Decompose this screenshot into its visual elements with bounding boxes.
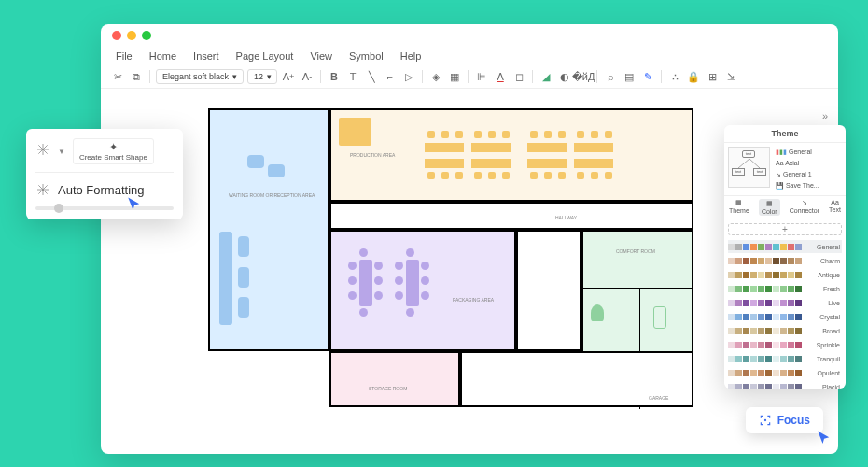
tab-text[interactable]: AaText [829,199,841,216]
smart-shape-label: Create Smart Shape [79,153,147,162]
decrease-size-icon[interactable]: A- [300,69,315,84]
crop-icon[interactable]: �йД [576,69,591,84]
color-row-general[interactable]: General [728,240,842,253]
auto-formatting-button[interactable]: Auto Formatting [35,173,174,197]
label-packaging: PACKAGING AREA [453,297,494,303]
tab-connector[interactable]: ↘Connector [790,199,819,216]
titlebar [101,24,838,47]
create-smart-shape-button[interactable]: ✦ Create Smart Shape [73,138,154,164]
label-waiting: WAITING ROOM OR RECEPTION AREA [229,192,315,198]
theme-item-save[interactable]: 💾 Save The... [776,180,844,191]
menu-symbol[interactable]: Symbol [349,50,384,62]
color-row-sprinkle[interactable]: Sprinkle [728,338,842,351]
color-row-broad[interactable]: Broad [728,324,842,337]
label-storage: STORAGE ROOM [369,386,407,391]
theme-preview[interactable]: text text text [728,147,770,188]
color-row-opulent[interactable]: Opulent [728,366,842,379]
svg-line-9 [749,159,760,168]
focus-label: Focus [777,414,810,427]
export-icon[interactable]: ⇲ [723,69,738,84]
copy-icon[interactable]: ⧉ [129,69,144,84]
floorplan[interactable]: WAITING ROOM OR RECEPTION AREA PRODUCTIO… [208,108,693,463]
collapse-icon[interactable]: » [822,110,835,123]
color-row-tranquil[interactable]: Tranquil [728,352,842,365]
room-door-area[interactable] [516,230,581,351]
cursor-icon [126,196,143,213]
layers-icon[interactable]: ◈ [428,69,443,84]
sparkle-icon[interactable] [35,142,50,161]
dropdown-icon[interactable]: ▼ [58,148,65,156]
theme-item-axial[interactable]: Aa Axial [776,158,844,169]
color-row-placid[interactable]: Placid [728,380,842,389]
size-selector[interactable]: 12▾ [247,69,277,84]
room-production[interactable]: PRODUCTION AREA [329,108,693,202]
tab-theme[interactable]: ▦Theme [729,199,749,216]
grid-icon[interactable]: ⊞ [705,69,720,84]
increase-size-icon[interactable]: A+ [281,69,296,84]
toolbar: ✂ ⧉ Elegant soft black▾ 12▾ A+ A- B T ╲ … [101,65,838,89]
menu-page-layout[interactable]: Page Layout [236,50,294,62]
font-name: Elegant soft black [162,72,229,81]
maximize-icon[interactable] [142,31,151,40]
add-theme-button[interactable]: + [728,223,842,235]
search-icon[interactable]: ⌕ [603,69,618,84]
shape-icon[interactable]: ◻ [511,69,526,84]
shadow-icon[interactable]: ◐ [557,69,572,84]
bold-icon[interactable]: B [327,69,342,84]
slider[interactable] [35,206,174,210]
label-production: PRODUCTION AREA [350,152,395,158]
svg-point-10 [763,419,765,421]
svg-line-8 [738,159,749,168]
table-icon[interactable]: ▤ [622,69,637,84]
menu-view[interactable]: View [310,50,332,62]
room-waiting[interactable]: WAITING ROOM OR RECEPTION AREA [208,108,329,351]
font-selector[interactable]: Elegant soft black▾ [156,69,244,84]
cut-icon[interactable]: ✂ [110,69,125,84]
line-icon[interactable]: ╲ [364,69,379,84]
fill-icon[interactable]: ◢ [539,69,553,84]
font-color-icon[interactable]: A [493,69,508,84]
menu-home[interactable]: Home [149,50,176,62]
color-row-crystal[interactable]: Crystal [728,310,842,323]
pointer-icon[interactable]: ▷ [401,69,416,84]
auto-format-label: Auto Formatting [58,183,145,197]
connector-icon[interactable]: ⌐ [383,69,398,84]
theme-title: Theme [724,125,846,143]
label-garage: GARAGE [649,395,668,401]
label-comfort: COMFORT ROOM [616,248,655,254]
cursor-icon [816,430,833,446]
menu-help[interactable]: Help [400,50,422,62]
color-row-fresh[interactable]: Fresh [728,282,842,295]
color-palette-list: GeneralCharmAntiqueFreshLiveCrystalBroad… [724,239,846,389]
pen-icon[interactable]: ✎ [640,69,655,84]
font-size: 12 [254,72,263,81]
room-storage[interactable]: STORAGE ROOM [329,351,460,407]
minimize-icon[interactable] [127,31,136,40]
tab-color[interactable]: ▦Color [759,199,780,216]
lock-icon[interactable]: 🔒 [686,69,701,84]
theme-list: ▮▮▮ General Aa Axial ↘ General 1 💾 Save … [774,143,846,195]
color-row-live[interactable]: Live [728,296,842,309]
group-icon[interactable]: ▦ [447,69,462,84]
focus-button[interactable]: Focus [746,407,823,433]
smart-shape-popup: ▼ ✦ Create Smart Shape Auto Formatting [26,129,183,219]
color-row-antique[interactable]: Antique [728,268,842,281]
theme-tabs: ▦Theme ▦Color ↘Connector AaText [724,195,846,219]
theme-panel: Theme text text text ▮▮▮ General Aa Axia… [724,125,846,389]
color-row-charm[interactable]: Charm [728,254,842,267]
close-icon[interactable] [112,31,121,40]
theme-item-general[interactable]: ▮▮▮ General [776,147,844,158]
theme-item-general1[interactable]: ↘ General 1 [776,169,844,180]
label-hallway: HALLWAY [555,215,577,220]
room-garage[interactable]: GARAGE [460,351,693,407]
room-packaging[interactable]: PACKAGING AREA [329,230,516,351]
menubar: File Home Insert Page Layout View Symbol… [101,47,838,65]
align-icon[interactable]: ⊫ [474,69,489,84]
slider-handle[interactable] [54,204,63,213]
settings-icon[interactable]: ⛬ [667,69,682,84]
room-hallway[interactable]: HALLWAY [329,202,693,230]
menu-insert[interactable]: Insert [193,50,219,62]
text-icon[interactable]: T [345,69,360,84]
menu-file[interactable]: File [116,50,133,62]
